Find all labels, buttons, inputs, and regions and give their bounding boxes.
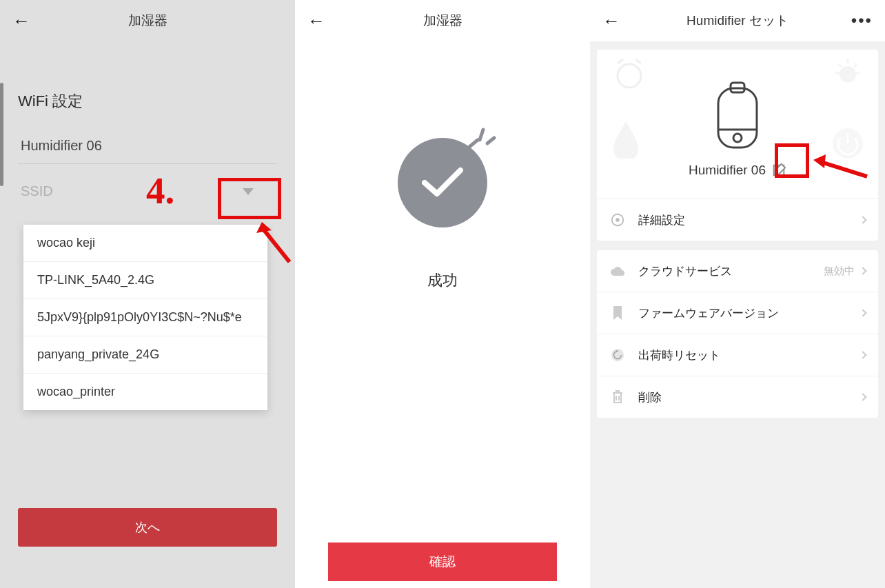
svg-rect-6 <box>718 88 757 148</box>
ssid-placeholder: SSID <box>21 183 53 199</box>
chevron-right-icon <box>859 267 866 274</box>
device-name-label: Humidifier 06 <box>689 163 766 178</box>
alarm-icon <box>612 57 647 91</box>
scrollbar[interactable] <box>0 83 3 186</box>
gear-icon <box>609 212 626 228</box>
menu-firmware-version[interactable]: ファームウェアバージョン <box>597 292 878 334</box>
header: ← 加湿器 <box>295 0 590 41</box>
menu-cloud-services[interactable]: クラウドサービス 無効中 <box>597 250 878 292</box>
back-button[interactable]: ← <box>12 10 30 32</box>
header: ← 加湿器 <box>0 0 295 41</box>
annotation-highlight-box <box>775 143 809 178</box>
humidifier-device-icon <box>710 80 765 156</box>
next-button-label: 次へ <box>135 519 160 536</box>
device-hero-card: Humidifier 06 詳細設定 <box>597 50 878 241</box>
annotation-arrow <box>255 221 295 269</box>
menu-label: 削除 <box>638 389 860 405</box>
cloud-status: 無効中 <box>824 265 855 278</box>
annotation-arrow <box>811 152 873 186</box>
screen-humidifier-settings: ← Humidifier セット ••• Humidifier 06 <box>590 0 885 588</box>
svg-line-2 <box>487 138 494 143</box>
svg-point-3 <box>618 64 641 88</box>
success-label: 成功 <box>427 270 458 291</box>
ssid-options-list: wocao keji TP-LINK_5A40_2.4G 5JpxV9}{plp… <box>23 225 267 410</box>
annotation-highlight-box <box>218 178 281 219</box>
menu-delete-device[interactable]: 削除 <box>597 376 878 418</box>
page-title: Humidifier セット <box>686 12 789 30</box>
screen-success: ← 加湿器 成功 確認 <box>295 0 590 588</box>
menu-label: ファームウェアバージョン <box>638 305 860 321</box>
menu-label: 詳細設定 <box>638 212 860 228</box>
trash-icon <box>609 389 626 405</box>
chevron-right-icon <box>859 216 866 223</box>
more-button[interactable]: ••• <box>851 11 873 30</box>
confirm-button-label: 確認 <box>429 553 456 571</box>
svg-point-8 <box>733 134 742 142</box>
chevron-right-icon <box>859 309 866 316</box>
page-title: 加湿器 <box>423 12 462 30</box>
svg-point-11 <box>616 218 620 222</box>
ssid-option[interactable]: wocao_printer <box>23 374 267 410</box>
menu-factory-reset[interactable]: 出荷時リセット <box>597 334 878 376</box>
ssid-option[interactable]: wocao keji <box>23 225 267 262</box>
menu-label: クラウドサービス <box>638 263 824 279</box>
svg-point-4 <box>840 66 856 83</box>
device-name-field[interactable]: Humidifier 06 <box>18 132 277 164</box>
annotation-step-4: 4. <box>146 169 174 212</box>
back-button[interactable]: ← <box>602 10 620 32</box>
section-title: WiFi 設定 <box>18 91 277 112</box>
ssid-option[interactable]: panyang_private_24G <box>23 336 267 374</box>
chevron-right-icon <box>859 351 866 358</box>
reset-icon <box>609 347 626 363</box>
menu-label: 出荷時リセット <box>638 347 860 363</box>
back-button[interactable]: ← <box>307 10 325 32</box>
page-title: 加湿器 <box>128 12 167 30</box>
ssid-option[interactable]: TP-LINK_5A40_2.4G <box>23 262 267 299</box>
confirm-button[interactable]: 確認 <box>328 543 557 581</box>
menu-advanced-settings[interactable]: 詳細設定 <box>597 199 878 241</box>
chevron-right-icon <box>859 393 866 401</box>
screen-wifi-setup: ← 加湿器 WiFi 設定 Humidifier 06 SSID wocao k… <box>0 0 295 588</box>
bookmark-icon <box>609 305 626 321</box>
next-button[interactable]: 次へ <box>18 508 277 547</box>
svg-line-0 <box>469 140 478 147</box>
spark-icon <box>462 123 504 156</box>
ssid-option[interactable]: 5JpxV9}{plp91pOly0YI3C$N~?Nu$*e <box>23 299 267 336</box>
settings-card: クラウドサービス 無効中 ファームウェアバージョン 出荷時リセット 削除 <box>597 250 878 418</box>
header: ← Humidifier セット ••• <box>590 0 885 41</box>
bulb-icon <box>830 55 866 91</box>
droplet-icon <box>609 119 642 159</box>
svg-line-1 <box>480 130 483 140</box>
success-check-icon <box>398 138 487 227</box>
cloud-icon <box>609 263 626 279</box>
